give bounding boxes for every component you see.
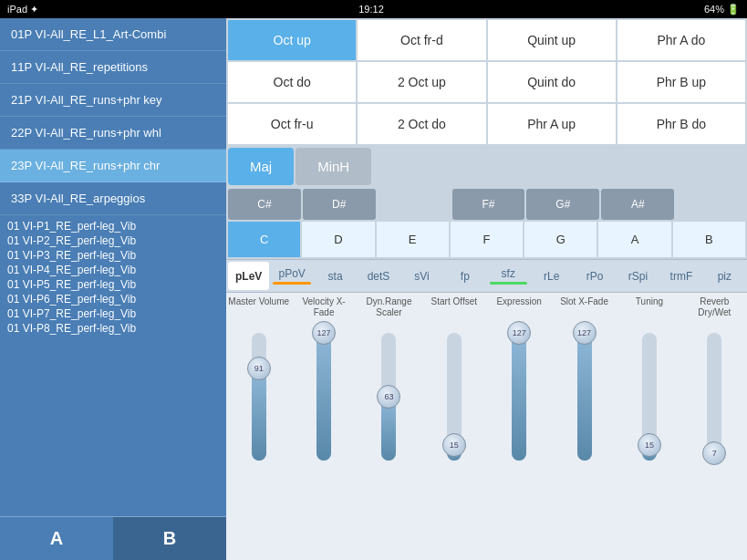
- mixer-label-expression: Expression: [487, 295, 552, 320]
- slider-dynrange-scaler[interactable]: 63: [357, 326, 421, 556]
- voice-item[interactable]: 01 VI-P7_RE_perf-leg_Vib: [7, 306, 219, 321]
- grid-btn-2-oct-do[interactable]: 2 Oct do: [358, 104, 485, 144]
- status-bar: iPad ✦ 19:12 64% 🔋: [0, 0, 747, 18]
- slider-tuning[interactable]: 15: [617, 326, 681, 556]
- slider-slot-x-fade[interactable]: 127: [552, 326, 617, 556]
- slider-thumb[interactable]: 63: [377, 385, 400, 409]
- scale-btn-minh[interactable]: MinH: [296, 148, 371, 185]
- content-area: Oct upOct fr-dQuint upPhr A doOct do2 Oc…: [226, 18, 747, 560]
- piano-white-c[interactable]: C: [228, 222, 300, 257]
- voice-item[interactable]: 01 VI-P2_RE_perf-leg_Vib: [7, 233, 219, 248]
- sidebar-item-item-5[interactable]: 23P VI-All_RE_runs+phr chr: [0, 150, 226, 182]
- slider-master-volume[interactable]: 91: [226, 326, 291, 556]
- sidebar-item-item-1[interactable]: 01P VI-All_RE_L1_Art-Combi: [0, 18, 226, 51]
- tab-fp[interactable]: fp: [444, 262, 485, 290]
- status-left: iPad ✦: [7, 4, 38, 16]
- grid-btn-phr-a-up[interactable]: Phr A up: [488, 104, 616, 144]
- grid-btn-oct-fr-u[interactable]: Oct fr-u: [228, 104, 356, 144]
- grid-btn-phr-b-do[interactable]: Phr B do: [617, 104, 745, 144]
- mixer-label-reverb-dry/wet: Reverb Dry/Wet: [682, 295, 747, 320]
- slider-velocity-x--fade[interactable]: 127: [291, 326, 356, 556]
- status-time: 19:12: [358, 4, 384, 15]
- piano-white-d[interactable]: D: [302, 222, 374, 257]
- sidebar: 01P VI-All_RE_L1_Art-Combi11P VI-All_RE_…: [0, 18, 226, 560]
- slider-thumb[interactable]: 91: [247, 357, 271, 380]
- sidebar-items: 01P VI-All_RE_L1_Art-Combi11P VI-All_RE_…: [0, 18, 226, 215]
- piano-black-fsharp[interactable]: F#: [452, 189, 525, 220]
- tab-plev[interactable]: pLeV: [228, 262, 269, 290]
- grid-btn-quint-do[interactable]: Quint do: [488, 62, 616, 102]
- tab-bar: pLeVpPoVstadetSsVifpsfzrLerPorSpitrmFpiz: [226, 259, 747, 293]
- piano-black-asharp[interactable]: A#: [601, 189, 674, 220]
- mixer-labels: Master VolumeVelocity X- FadeDyn.Range S…: [226, 293, 747, 322]
- tab-piz[interactable]: piz: [704, 262, 745, 290]
- voice-item[interactable]: 01 VI-P1_RE_perf-leg_Vib: [7, 219, 219, 233]
- piano-black-gsharp[interactable]: G#: [526, 189, 599, 220]
- grid-btn-oct-do[interactable]: Oct do: [228, 62, 356, 102]
- slider-thumb[interactable]: 15: [638, 433, 661, 457]
- tab-trmf[interactable]: trmF: [660, 262, 701, 290]
- mixer-label-master-volume: Master Volume: [226, 295, 291, 320]
- mixer-label-start-offset: Start Offset: [421, 295, 486, 320]
- sidebar-tab-b[interactable]: B: [113, 517, 226, 560]
- scale-row: MajMinH: [226, 146, 747, 187]
- sidebar-tabs: AB: [0, 516, 226, 560]
- voice-list: 01 VI-P1_RE_perf-leg_Vib01 VI-P2_RE_perf…: [7, 219, 219, 336]
- sidebar-item-item-4[interactable]: 22P VI-All_RE_runs+phr whl: [0, 117, 226, 150]
- sidebar-item-item-2[interactable]: 11P VI-All_RE_repetitions: [0, 51, 226, 84]
- slider-reverb-dry/wet[interactable]: 7: [682, 326, 747, 556]
- piano-black-dsharp[interactable]: D#: [303, 189, 376, 220]
- grid-btn-oct-fr-d[interactable]: Oct fr-d: [358, 20, 485, 60]
- grid-area: Oct upOct fr-dQuint upPhr A doOct do2 Oc…: [226, 18, 747, 146]
- tab-sta[interactable]: sta: [315, 262, 356, 290]
- mixer-label-tuning: Tuning: [617, 295, 681, 320]
- slider-thumb[interactable]: 15: [442, 433, 466, 457]
- slider-thumb[interactable]: 127: [573, 321, 597, 345]
- tab-dets[interactable]: detS: [358, 262, 399, 290]
- piano-white-a[interactable]: A: [598, 222, 670, 257]
- piano-wrapper: C#D#F#G#A#CDEFGAB: [226, 187, 747, 259]
- voice-item[interactable]: 01 VI-P8_RE_perf-leg_Vib: [7, 321, 219, 336]
- voice-item[interactable]: 01 VI-P3_RE_perf-leg_Vib: [7, 248, 219, 263]
- voice-item[interactable]: 01 VI-P6_RE_perf-leg_Vib: [7, 292, 219, 306]
- scale-btn-maj[interactable]: Maj: [228, 148, 294, 185]
- slider-thumb[interactable]: 127: [312, 321, 336, 345]
- status-right: 64% 🔋: [704, 4, 740, 16]
- slider-thumb[interactable]: 127: [507, 321, 531, 345]
- piano-black-csharp[interactable]: C#: [228, 189, 301, 220]
- voice-item[interactable]: 01 VI-P4_RE_perf-leg_Vib: [7, 263, 219, 277]
- grid-btn-phr-b-up[interactable]: Phr B up: [617, 62, 745, 102]
- sidebar-tab-a[interactable]: A: [0, 517, 113, 560]
- tab-rle[interactable]: rLe: [531, 262, 572, 290]
- grid-btn-oct-up[interactable]: Oct up: [228, 20, 356, 60]
- tab-svi[interactable]: sVi: [401, 262, 442, 290]
- voice-item[interactable]: 01 VI-P5_RE_perf-leg_Vib: [7, 277, 219, 292]
- sidebar-item-item-6[interactable]: 33P VI-All_RE_arpeggios: [0, 182, 226, 215]
- mixer-label-dynrange-scaler: Dyn.Range Scaler: [357, 295, 421, 320]
- grid-btn-2-oct-up[interactable]: 2 Oct up: [358, 62, 485, 102]
- slider-expression[interactable]: 127: [487, 326, 552, 556]
- slider-start-offset[interactable]: 15: [421, 326, 486, 556]
- piano-white-f[interactable]: F: [451, 222, 523, 257]
- mixer-label-velocity-x--fade: Velocity X- Fade: [291, 295, 356, 320]
- tab-rpo[interactable]: rPo: [574, 262, 615, 290]
- grid-btn-phr-a-do[interactable]: Phr A do: [617, 20, 745, 60]
- tab-rspi[interactable]: rSpi: [617, 262, 659, 290]
- grid-btn-quint-up[interactable]: Quint up: [488, 20, 616, 60]
- piano-white-b[interactable]: B: [673, 222, 745, 257]
- sidebar-item-item-3[interactable]: 21P VI-All_RE_runs+phr key: [0, 84, 226, 117]
- piano-white-g[interactable]: G: [524, 222, 597, 257]
- piano-white-e[interactable]: E: [377, 222, 449, 257]
- tab-sfz[interactable]: sfz: [488, 262, 529, 290]
- mixer-label-slot-x-fade: Slot X-Fade: [552, 295, 617, 320]
- tab-ppov[interactable]: pPoV: [271, 262, 312, 290]
- slider-thumb[interactable]: 7: [702, 441, 726, 465]
- mixer-sliders: 911276315127127157: [226, 322, 747, 560]
